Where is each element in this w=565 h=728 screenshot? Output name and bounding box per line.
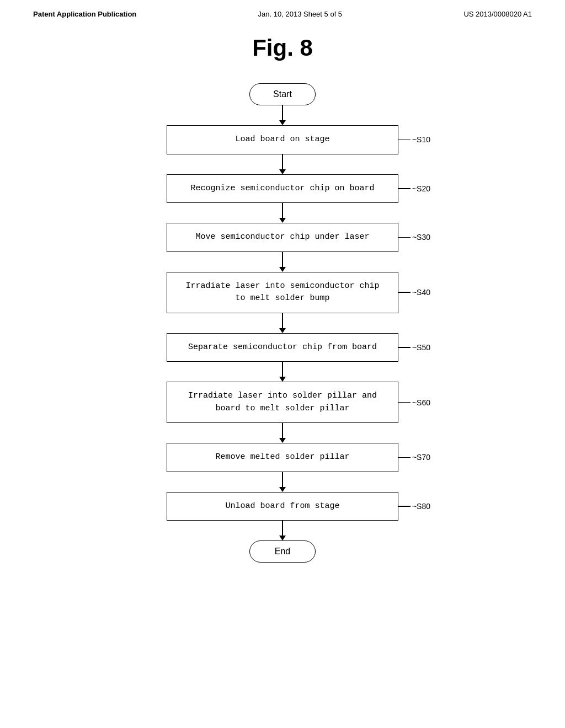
arrow-4 (167, 313, 398, 333)
step-label-s20: ~S20 (412, 184, 430, 193)
header-right: US 2013/0008020 A1 (463, 10, 532, 18)
arrow-line-inner (282, 252, 283, 267)
arrow-6 (167, 423, 398, 443)
step-label-connector-s70: ~S70 (398, 453, 430, 462)
flowchart: Start Load board on stage~S10Recognize s… (0, 78, 565, 585)
step-label-s40: ~S40 (412, 288, 430, 297)
step-label-s80: ~S80 (412, 502, 430, 511)
step-label-connector-s80: ~S80 (398, 502, 430, 511)
step-label-connector-s20: ~S20 (398, 184, 430, 193)
step-label-connector-s60: ~S60 (398, 398, 430, 407)
arrow-head-inner (279, 438, 286, 443)
step-wrapper-s40: Irradiate laser into semiconductor chipt… (167, 272, 398, 313)
arrow-head-inner (279, 169, 286, 174)
arrow-line-inner (282, 203, 283, 218)
step-wrapper-s70: Remove melted solder pillar~S70 (167, 443, 398, 472)
step-label-line-s40 (398, 292, 411, 293)
step-wrapper-s10: Load board on stage~S10 (167, 125, 398, 154)
process-box-s70: Remove melted solder pillar (167, 443, 398, 472)
step-label-line-s30 (398, 237, 411, 238)
arrow-head-final (279, 536, 286, 540)
step-label-connector-s50: ~S50 (398, 343, 430, 352)
arrow-1 (167, 154, 398, 174)
arrow-head-inner (279, 328, 286, 333)
arrow-line-inner (282, 472, 283, 487)
step-label-s70: ~S70 (412, 453, 430, 462)
process-box-s20: Recognize semiconductor chip on board (167, 174, 398, 204)
arrow-line-inner (282, 362, 283, 377)
step-label-line-s10 (398, 140, 411, 141)
process-box-s40: Irradiate laser into semiconductor chipt… (167, 272, 398, 313)
arrow-line-inner (282, 154, 283, 169)
process-box-s60: Irradiate laser into solder pillar andbo… (167, 382, 398, 423)
arrow-head (279, 120, 286, 125)
arrow-line-inner (282, 313, 283, 328)
step-label-connector-s40: ~S40 (398, 288, 430, 297)
step-wrapper-s50: Separate semiconductor chip from board~S… (167, 333, 398, 362)
arrow-3 (167, 252, 398, 272)
header-left: Patent Application Publication (33, 10, 136, 18)
figure-title: Fig. 8 (0, 35, 565, 61)
header-center: Jan. 10, 2013 Sheet 5 of 5 (258, 10, 343, 18)
process-box-s80: Unload board from stage (167, 492, 398, 521)
step-label-connector-s30: ~S30 (398, 233, 430, 242)
process-box-s10: Load board on stage (167, 125, 398, 154)
step-wrapper-s20: Recognize semiconductor chip on board~S2… (167, 174, 398, 204)
process-box-s50: Separate semiconductor chip from board (167, 333, 398, 362)
arrow-7 (167, 472, 398, 492)
arrow-head-inner (279, 267, 286, 272)
step-label-s50: ~S50 (412, 343, 430, 352)
arrow-line-final (282, 521, 283, 536)
arrow-head-inner (279, 487, 286, 492)
arrow-line (282, 105, 283, 120)
page-header: Patent Application Publication Jan. 10, … (0, 0, 565, 24)
step-label-connector-s10: ~S10 (398, 135, 430, 144)
process-box-s30: Move semiconductor chip under laser (167, 223, 398, 252)
step-label-line-s20 (398, 188, 411, 189)
step-label-line-s70 (398, 457, 411, 458)
step-wrapper-s80: Unload board from stage~S80 (167, 492, 398, 521)
step-label-s60: ~S60 (412, 398, 430, 407)
end-oval: End (249, 540, 316, 563)
arrow-head-inner (279, 218, 286, 223)
step-wrapper-s30: Move semiconductor chip under laser~S30 (167, 223, 398, 252)
start-oval: Start (249, 83, 316, 105)
step-label-line-s60 (398, 402, 411, 403)
arrow-5 (167, 362, 398, 382)
step-wrapper-s60: Irradiate laser into solder pillar andbo… (167, 382, 398, 423)
step-label-line-s80 (398, 506, 411, 507)
step-label-s10: ~S10 (412, 135, 430, 144)
arrow-head-inner (279, 377, 286, 382)
arrow-2 (167, 203, 398, 223)
arrow-final (279, 521, 286, 540)
arrow-line-inner (282, 423, 283, 438)
arrow-0 (279, 105, 286, 125)
step-label-line-s50 (398, 347, 411, 348)
step-label-s30: ~S30 (412, 233, 430, 242)
